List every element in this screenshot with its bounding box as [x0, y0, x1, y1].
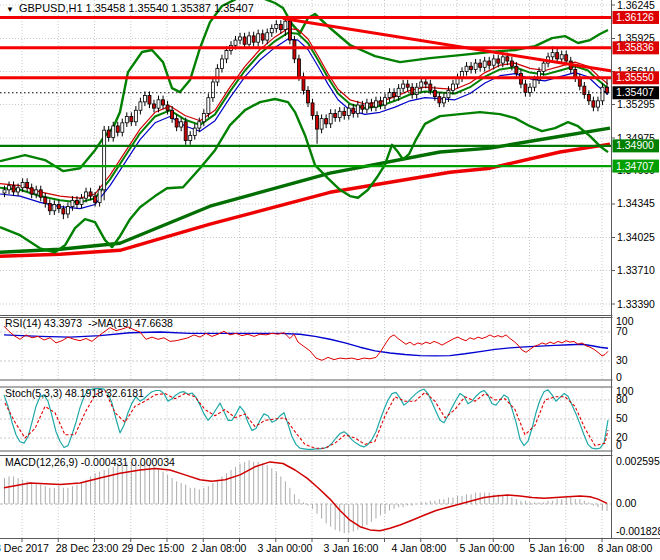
candle [243, 37, 246, 44]
candle [365, 103, 368, 109]
time-axis-label: 4 Jan 08:00 [392, 542, 447, 554]
candle [515, 66, 518, 73]
candle [175, 119, 178, 127]
candle [311, 103, 314, 116]
candle [297, 59, 300, 77]
candle [560, 55, 563, 59]
candle [307, 90, 310, 103]
candle [329, 113, 332, 123]
candle [239, 37, 242, 40]
candle [211, 82, 214, 98]
level-badge-1.36126: 1.36126 [613, 11, 660, 24]
candle [75, 200, 78, 204]
candle [596, 101, 599, 107]
candle [148, 96, 151, 104]
candle [483, 61, 486, 67]
candle [180, 122, 183, 127]
symbol-timeframe: GBPUSD,H1 [19, 2, 83, 14]
svg-text:80: 80 [616, 393, 628, 405]
candle [316, 115, 319, 129]
candle [225, 51, 228, 59]
candle [17, 188, 20, 192]
candle [216, 68, 219, 82]
candle [171, 110, 174, 118]
candle [551, 53, 554, 57]
svg-text:1.35407: 1.35407 [616, 86, 654, 98]
candle [343, 111, 346, 115]
candle [438, 97, 441, 103]
candle [80, 198, 83, 204]
candle [261, 34, 264, 40]
svg-text:0: 0 [616, 439, 622, 451]
candle [44, 197, 47, 203]
level-badge-1.35836: 1.35836 [613, 41, 660, 54]
svg-text:1.34900: 1.34900 [616, 139, 654, 151]
candle [139, 102, 142, 110]
svg-text:1.35295: 1.35295 [617, 98, 655, 110]
svg-text:30: 30 [616, 354, 628, 366]
candle [542, 63, 545, 71]
candle [89, 192, 92, 196]
candle [198, 122, 201, 128]
candle [116, 126, 119, 132]
symbol-dropdown-icon[interactable]: ▼ [6, 5, 14, 14]
candle [184, 122, 187, 141]
candle [66, 207, 69, 214]
candle [352, 108, 355, 113]
candle [62, 209, 65, 214]
svg-text:1.36245: 1.36245 [617, 0, 655, 11]
time-axis-label: 2 Jan 08:00 [192, 542, 247, 554]
candle [479, 63, 482, 67]
candle [506, 57, 509, 61]
candle [524, 84, 527, 92]
candle [379, 101, 382, 105]
svg-text:1.36126: 1.36126 [616, 11, 654, 23]
candle [374, 101, 377, 107]
candle [193, 128, 196, 135]
candle [270, 29, 273, 33]
candle [8, 186, 11, 190]
svg-text:0: 0 [616, 371, 622, 383]
svg-text:1.34345: 1.34345 [617, 197, 655, 209]
time-axis-label: 29 Dec 15:00 [122, 542, 185, 554]
candle [293, 40, 296, 59]
candle [528, 87, 531, 92]
candle [356, 105, 359, 113]
candle [248, 36, 251, 44]
svg-text:70: 70 [616, 325, 628, 337]
candle [162, 100, 165, 105]
candle [85, 192, 88, 198]
candle [492, 59, 495, 65]
time-axis-label: 5 Jan 00:00 [460, 542, 515, 554]
candle [510, 61, 513, 66]
chart-title-bar: ▼GBPUSD,H1 1.35458 1.35540 1.35387 1.354… [6, 2, 254, 14]
chart-canvas[interactable]: 1.362451.359251.356101.352951.349751.346… [0, 0, 660, 560]
candle [121, 123, 124, 132]
candle [384, 98, 387, 105]
candle [48, 203, 51, 210]
candle [533, 80, 536, 87]
svg-text:1.33710: 1.33710 [617, 264, 655, 276]
candle [424, 82, 427, 84]
time-axis-label: 5 Jan 16:00 [530, 542, 585, 554]
candle [397, 88, 400, 96]
candle [107, 130, 110, 137]
candle [347, 108, 350, 115]
svg-text:50: 50 [616, 412, 628, 424]
svg-text:0.002595: 0.002595 [616, 455, 660, 467]
rsi-indicator-label: RSI(14) 43.3973 ->MA(18) 47.6638 [5, 317, 173, 329]
candle [35, 190, 38, 194]
candle [433, 90, 436, 96]
candle [134, 110, 137, 122]
candle [501, 57, 504, 63]
candle [130, 117, 133, 122]
svg-text:1.34707: 1.34707 [616, 160, 654, 172]
candle [565, 55, 568, 61]
candle [71, 200, 74, 206]
candle [284, 21, 287, 29]
candle [338, 111, 341, 117]
chart-background [0, 0, 660, 560]
candle [12, 186, 15, 192]
candle [325, 119, 328, 124]
candle [447, 90, 450, 97]
